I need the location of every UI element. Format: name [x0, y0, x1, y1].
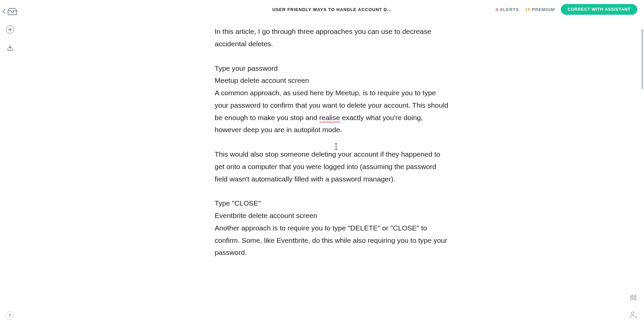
assistant-button-label: CORRECT WITH ASSISTANT — [568, 7, 631, 12]
scrollbar[interactable] — [641, 19, 644, 326]
paragraph: This would also stop someone deleting yo… — [215, 148, 449, 185]
paragraph: Another approach is to require you to ty… — [215, 222, 449, 259]
help-label: ? — [8, 313, 11, 318]
premium-label: PREMIUM — [532, 7, 555, 12]
alerts-indicator[interactable]: 4ALERTS — [495, 7, 519, 12]
correct-with-assistant-button[interactable]: CORRECT WITH ASSISTANT — [561, 4, 637, 15]
scrollbar-thumb[interactable] — [641, 29, 643, 89]
svg-point-0 — [631, 312, 634, 315]
inbox-icon[interactable] — [7, 6, 18, 17]
plus-icon — [6, 25, 14, 34]
add-user-icon[interactable] — [629, 311, 637, 320]
paragraph: Meetup delete account screen — [215, 74, 449, 87]
paragraph: Eventbrite delete account screen — [215, 210, 449, 222]
new-document-button[interactable] — [5, 24, 15, 35]
alerts-count: 4 — [495, 7, 498, 12]
editor-viewport: In this article, I go through three appr… — [20, 19, 644, 326]
spelling-error[interactable]: realise — [319, 114, 340, 122]
paragraph: A common approach, as used here by Meetu… — [215, 87, 449, 136]
header-right: 4ALERTS 19PREMIUM CORRECT WITH ASSISTANT — [495, 4, 637, 15]
download-button[interactable] — [5, 42, 15, 53]
quote-icon[interactable] — [629, 294, 637, 302]
right-rail — [629, 294, 637, 320]
paragraph: Type "CLOSE" — [215, 197, 449, 210]
document-title: USER FRIENDLY WAYS TO HANDLE ACCOUNT D..… — [272, 7, 392, 12]
help-button[interactable]: ? — [5, 311, 14, 320]
premium-indicator[interactable]: 19PREMIUM — [525, 7, 555, 12]
back-icon[interactable] — [1, 7, 7, 15]
premium-count: 19 — [525, 7, 530, 12]
paragraph: In this article, I go through three appr… — [215, 25, 449, 50]
header: USER FRIENDLY WAYS TO HANDLE ACCOUNT D..… — [20, 0, 644, 19]
main-area: USER FRIENDLY WAYS TO HANDLE ACCOUNT D..… — [20, 0, 644, 326]
alerts-label: ALERTS — [499, 7, 519, 12]
left-sidebar: ? — [0, 0, 20, 326]
paragraph: Type your password — [215, 62, 449, 75]
document-editor[interactable]: In this article, I go through three appr… — [205, 19, 460, 284]
